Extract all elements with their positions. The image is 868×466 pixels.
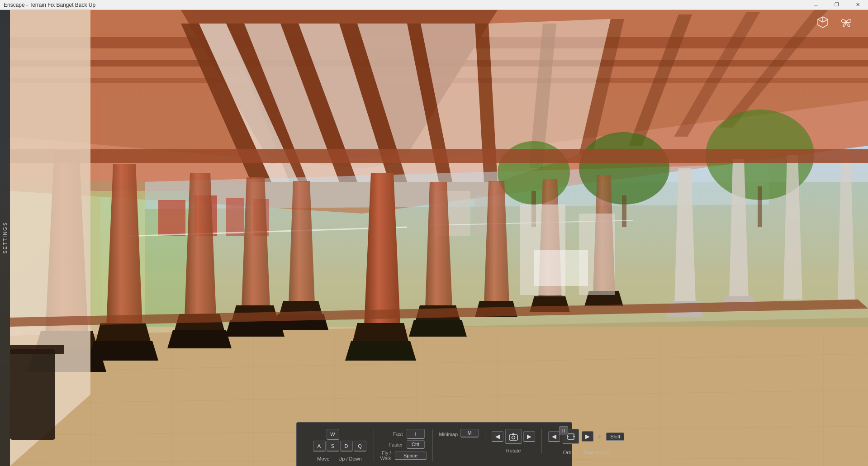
rotate-section: ◀ ▶ Rotate [485,429,542,453]
key-row-2: A S D Q [313,441,366,452]
svg-marker-81 [345,341,416,361]
key-empty-1 [313,429,326,440]
top-right-icons [815,14,854,30]
maximize-button[interactable]: ❐ [826,0,847,10]
camera-icon [505,429,522,444]
key-empty-2 [340,429,353,440]
flywalk-label: Fly / Walk [380,450,391,461]
faster-label: Faster [380,442,403,447]
window-title: Enscape - Terrain Fix Banget Back Up [0,2,95,8]
key-empty-3 [354,429,366,440]
fast-label: Fast [380,431,403,437]
faster-key[interactable]: Ctrl [407,440,425,449]
faster-row: Faster Ctrl [380,440,426,449]
viewport[interactable] [0,10,868,466]
fast-key[interactable]: ↑ [407,429,425,439]
window-controls: ─ ❐ ✕ [806,0,868,10]
key-row-1: W [313,429,366,440]
minimize-button[interactable]: ─ [806,0,826,10]
orbit-label: Orbit [563,450,574,455]
svg-rect-97 [10,149,868,163]
panel-hide-button[interactable]: H [559,426,568,435]
close-button[interactable]: ✕ [847,0,868,10]
svg-rect-101 [10,345,64,354]
wasd-keys: W A S D Q [313,429,366,452]
updown-label: Up / Down [338,456,361,461]
panel-content: W A S D Q Move Up / Down Fast [306,429,563,461]
svg-marker-69 [88,341,158,361]
svg-rect-104 [534,250,588,286]
minimap-key[interactable]: M [460,429,479,437]
svg-point-57 [579,132,669,204]
svg-rect-100 [10,349,55,440]
svg-marker-72 [167,330,232,348]
svg-point-3 [845,21,847,23]
shift-key[interactable]: Shift [606,433,624,441]
time-of-day-label: Time of Day [583,450,610,455]
key-a[interactable]: A [313,441,326,452]
rotate-label: Rotate [506,448,521,453]
svg-rect-108 [568,434,574,439]
key-q[interactable]: Q [354,441,366,452]
wasd-section: W A S D Q Move Up / Down [306,429,374,461]
svg-marker-84 [409,320,467,337]
key-d[interactable]: D [340,441,353,452]
settings-sidebar[interactable]: SETTINGS [0,10,10,466]
minimap-label: Minimap [439,432,458,437]
scene-render [0,10,868,466]
svg-rect-52 [226,198,244,236]
rotate-left-key[interactable]: ◀ [492,431,503,442]
speed-section: Fast ↑ Faster Ctrl Fly / Walk Space [374,429,433,461]
move-label: Move [317,456,329,461]
flywalk-key[interactable]: Space [395,452,427,460]
svg-line-1 [823,19,828,22]
control-panel: H W A S D Q M [296,422,572,466]
svg-rect-50 [158,200,185,236]
flywalk-row: Fly / Walk Space [380,450,426,461]
orbit-right-key[interactable]: ▶ [582,431,593,442]
rotate-arrows: ◀ ▶ [492,429,535,444]
butterfly-icon-button[interactable] [838,14,854,30]
minimap-row: Minimap M [439,429,479,437]
cube-icon-button[interactable] [815,14,831,30]
fast-row: Fast ↑ [380,429,426,439]
plus-sign: + [598,433,602,440]
orbit-left-key[interactable]: ◀ [548,431,560,442]
rotate-right-key[interactable]: ▶ [523,431,535,442]
orbit-section: ◀ ▶ + Shift Orbit Time of Day [542,429,631,455]
key-w[interactable]: W [327,429,339,440]
svg-point-106 [512,436,515,439]
svg-rect-59 [622,195,626,227]
svg-marker-107 [512,433,515,435]
minimap-section: Minimap M [433,429,486,437]
orbit-labels: Orbit Time of Day [563,448,610,455]
title-bar: Enscape - Terrain Fix Banget Back Up ─ ❐… [0,0,868,10]
key-s[interactable]: S [327,441,339,452]
svg-rect-61 [758,186,762,227]
settings-label: SETTINGS [2,222,8,254]
svg-line-2 [818,19,823,22]
